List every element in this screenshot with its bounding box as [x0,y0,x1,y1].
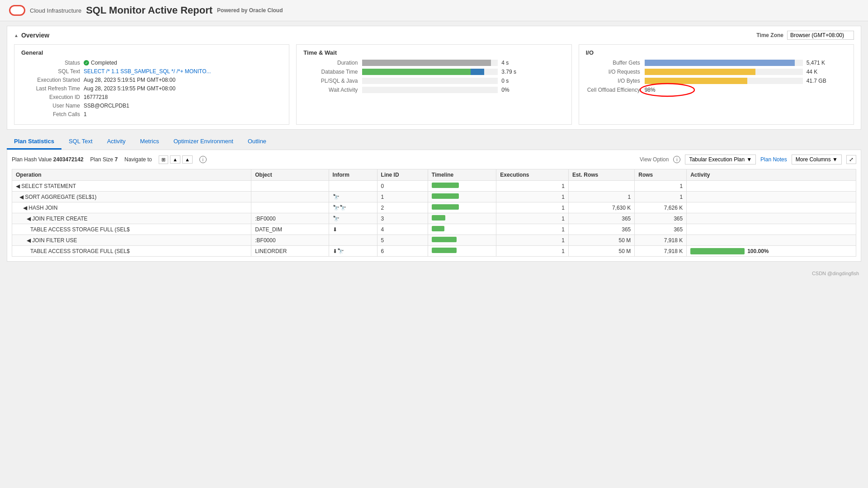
view-type-dropdown[interactable]: Tabular Execution Plan ▼ [685,155,756,164]
table-row: TABLE ACCESS STORAGE FULL (SEL$ LINEORDE… [12,246,856,257]
tabs-section: Plan Statistics SQL Text Activity Metric… [7,134,861,150]
inform-cell: ⬇🔭 [329,246,377,257]
object-cell: :BF0000 [251,213,329,224]
exec-id-label: Execution ID [21,94,80,100]
timeline-cell [428,235,496,246]
col-object: Object [251,169,329,181]
view-option-info-icon[interactable]: i [673,156,680,163]
plsql-bar-container [362,78,498,84]
timeline-cell [428,181,496,192]
tab-metrics[interactable]: Metrics [133,134,166,150]
plsql-label: PL/SQL & Java [303,78,358,84]
inform-cell: 🔭 [329,213,377,224]
executions-cell: 1 [496,246,569,257]
navigate-icons: ⊞ ▲ ▲ [159,155,193,164]
timeline-cell [428,246,496,257]
inform-cell [329,235,377,246]
exec-id-value: 16777218 [84,94,108,100]
fetch-calls-value: 1 [84,111,87,117]
rows-cell: 365 [635,213,687,224]
navigate-label: Navigate to [124,156,152,163]
est-rows-cell: 1 [568,192,634,202]
col-operation: Operation [12,169,251,181]
navigate-up-btn[interactable]: ▲ [170,155,180,164]
more-columns-btn[interactable]: More Columns ▼ [792,155,842,164]
io-requests-bar [645,69,755,75]
status-check-icon [84,60,89,66]
navigate-down-btn[interactable]: ▲ [182,155,193,164]
executions-cell: 1 [496,213,569,224]
username-value: SSB@ORCLPDB1 [84,103,129,109]
exec-started-value: Aug 28, 2023 5:19:51 PM GMT+08:00 [84,77,175,83]
duration-value: 4 s [501,60,524,66]
inform-cell: 🔭🔭 [329,202,377,213]
plan-table: Operation Object Inform Line ID Timeline… [12,169,856,257]
footer: CSDN @dingdingfish [0,268,868,278]
rows-cell: 7,918 K [635,235,687,246]
dropdown-arrow-icon: ▼ [746,156,752,163]
op-cell: TABLE ACCESS STORAGE FULL (SEL$ [12,224,251,235]
app-title: SQL Monitor Active Report [86,5,212,16]
table-row: ◀ JOIN FILTER USE :BF0000 5 1 50 M 7,918… [12,235,856,246]
tab-sql-text[interactable]: SQL Text [61,134,100,150]
overview-heading: Overview [21,32,49,39]
duration-label: Duration [303,60,358,66]
cell-offload-label: Cell Offload Efficiency [586,87,640,93]
executions-cell: 1 [496,224,569,235]
executions-cell: 1 [496,181,569,192]
op-cell: ◀ SORT AGGREGATE (SEL$1) [12,192,251,202]
db-time-value: 3.79 s [501,69,524,75]
navigate-root-btn[interactable]: ⊞ [159,155,168,164]
view-option-label: View Option [640,156,669,163]
expand-btn[interactable]: ⤢ [846,155,856,164]
overview-section: ▲ Overview Time Zone Browser (GMT+08:00)… [7,26,861,130]
object-cell [251,202,329,213]
est-rows-cell: 365 [568,213,634,224]
executions-cell: 1 [496,202,569,213]
general-panel: General Status Completed SQL Text SELECT… [14,44,289,125]
est-rows-cell: 365 [568,224,634,235]
buffer-gets-label: Buffer Gets [586,60,640,66]
object-cell: LINEORDER [251,246,329,257]
plan-notes-btn[interactable]: Plan Notes [760,156,787,163]
io-bytes-value: 41.7 GB [807,78,829,84]
wait-activity-value: 0% [501,87,524,93]
db-time-label: Database Time [303,69,358,75]
op-cell: ◀ JOIN FILTER USE [12,235,251,246]
filter-binoculars-icon: 🔭🔭 [333,205,346,211]
duration-bar [362,60,491,66]
time-wait-title: Time & Wait [303,49,564,56]
status-label: Status [21,60,80,66]
timezone-select[interactable]: Browser (GMT+08:00) [787,31,854,40]
tab-outline[interactable]: Outline [241,134,274,150]
col-inform: Inform [329,169,377,181]
line-id-cell: 6 [377,246,428,257]
activity-cell [687,192,856,202]
table-row: TABLE ACCESS STORAGE FULL (SEL$ DATE_DIM… [12,224,856,235]
tab-optimizer-env[interactable]: Optimizer Environment [166,134,241,150]
inform-cell: 🔭 [329,192,377,202]
activity-pct: 100.00% [747,248,769,254]
rows-cell: 1 [635,181,687,192]
tab-activity[interactable]: Activity [100,134,133,150]
timeline-cell [428,192,496,202]
object-cell: :BF0000 [251,235,329,246]
db-time-bar-blue [471,69,484,75]
object-cell [251,192,329,202]
last-refresh-value: Aug 28, 2023 5:19:55 PM GMT+08:00 [84,85,175,92]
plan-info-icon[interactable]: i [199,156,207,163]
rows-cell: 7,626 K [635,202,687,213]
activity-cell [687,202,856,213]
sql-text-value[interactable]: SELECT /* 1.1 SSB_SAMPLE_SQL */ /*+ MONI… [84,68,211,75]
io-requests-value: 44 K [807,69,829,75]
table-row: ◀ HASH JOIN 🔭🔭 2 1 7,630 K 7,626 K [12,202,856,213]
filter-binoculars2-icon: ⬇🔭 [333,248,344,254]
line-id-cell: 4 [377,224,428,235]
buffer-gets-bar [645,60,795,66]
executions-cell: 1 [496,192,569,202]
tab-plan-statistics[interactable]: Plan Statistics [7,134,61,150]
object-cell [251,181,329,192]
svg-point-0 [640,84,694,96]
table-row: ◀ SORT AGGREGATE (SEL$1) 🔭 1 1 1 1 [12,192,856,202]
op-cell: TABLE ACCESS STORAGE FULL (SEL$ [12,246,251,257]
